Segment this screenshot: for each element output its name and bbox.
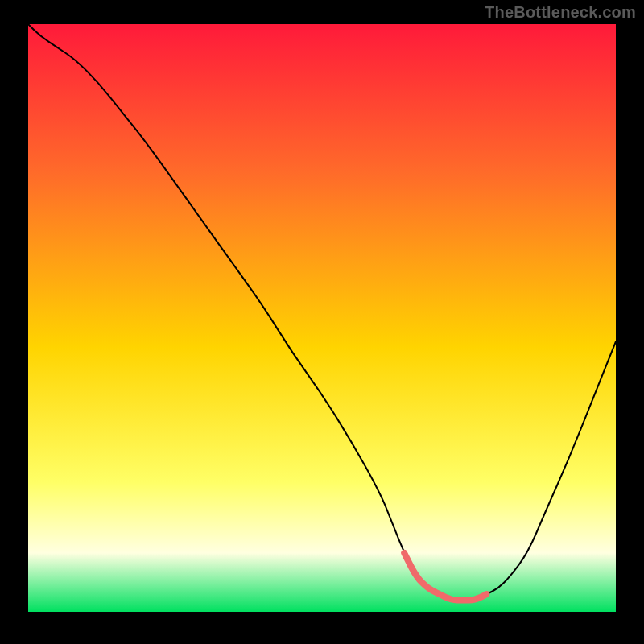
plot-svg <box>28 24 616 612</box>
gradient-background <box>28 24 616 612</box>
plot-area <box>28 24 616 612</box>
watermark-text: TheBottleneck.com <box>485 3 636 22</box>
chart-frame: TheBottleneck.com <box>0 0 644 644</box>
